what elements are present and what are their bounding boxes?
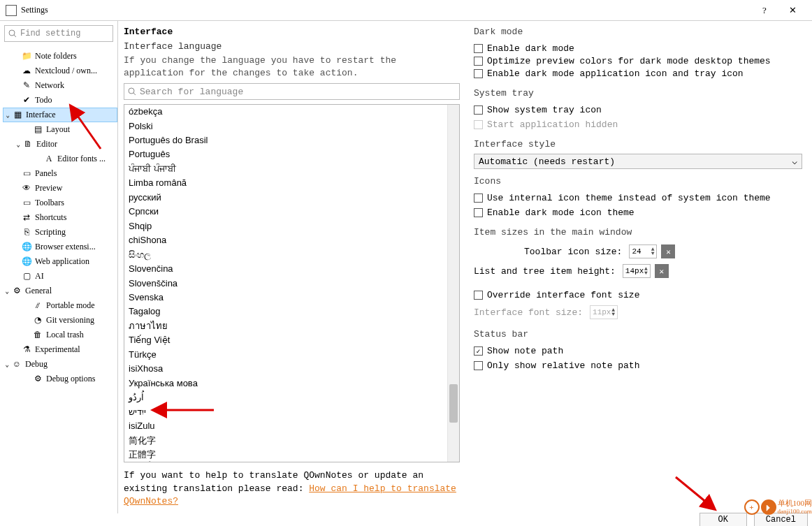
chevron-down-icon: ⌵ (792, 156, 797, 167)
window-title: Settings (21, 5, 751, 15)
sidebar-item-scripting[interactable]: ⎘Scripting (3, 225, 117, 240)
reset-toolbar-size-button[interactable]: ✕ (661, 244, 675, 258)
reset-listtree-height-button[interactable]: ✕ (655, 264, 669, 278)
language-option[interactable]: 简化字 (124, 434, 459, 448)
language-option[interactable]: Svenska (124, 291, 459, 305)
show-note-path-checkbox[interactable]: Show note path (474, 346, 802, 356)
globe-icon: 🌐 (21, 242, 32, 253)
panel-icon: ▭ (21, 168, 32, 180)
font-size-stepper: 11px▲▼ (590, 305, 618, 319)
scrollbar[interactable] (447, 105, 459, 462)
language-option[interactable]: ภาษาไทย (124, 319, 459, 333)
language-option[interactable]: chiShona (124, 233, 459, 247)
section-status-bar: Status bar (474, 329, 802, 339)
globe-icon: 🌐 (21, 256, 32, 268)
language-option[interactable]: Limba română (124, 176, 459, 190)
sidebar-item-toolbars[interactable]: ▭Toolbars (3, 196, 117, 210)
sidebar-item-debug[interactable]: ⌄☺Debug (3, 357, 117, 372)
sidebar-item-todo[interactable]: ✔Todo (3, 93, 117, 108)
sidebar-item-network[interactable]: ✎Network (3, 78, 117, 93)
git-icon: ◔ (32, 315, 43, 326)
language-option[interactable]: isiXhosa (124, 362, 459, 376)
cloud-icon: ☁ (21, 66, 32, 77)
page-title: Interface (124, 27, 460, 37)
help-button[interactable]: ? (751, 5, 778, 16)
listtree-height-stepper[interactable]: 14px▲▼ (623, 264, 651, 278)
dark-icon-theme-checkbox[interactable]: Enable dark mode icon theme (474, 207, 802, 218)
interface-style-select[interactable]: Automatic (needs restart)⌵ (474, 154, 802, 169)
sidebar-item-portable-mode[interactable]: ⫽Portable mode (3, 298, 117, 313)
sidebar-item-shortcuts[interactable]: ⇄Shortcuts (3, 210, 117, 225)
language-option[interactable]: Slovenščina (124, 277, 459, 291)
settings-tree[interactable]: 📁Note folders☁Nextcloud / own...✎Network… (0, 46, 117, 389)
sidebar-item-nextcloud-own-[interactable]: ☁Nextcloud / own... (3, 64, 117, 78)
sidebar-item-panels[interactable]: ▭Panels (3, 166, 117, 181)
language-option[interactable]: Português (124, 147, 459, 161)
translate-note: If you want to help to translate QOwnNot… (124, 469, 460, 508)
sidebar-item-editor-fonts-[interactable]: AEditor fonts ... (3, 152, 117, 166)
sidebar: Find setting 📁Note folders☁Nextcloud / o… (0, 21, 118, 513)
language-option[interactable]: Türkçe (124, 348, 459, 362)
language-option[interactable]: 正體字 (124, 448, 459, 462)
svg-line-1 (14, 35, 16, 37)
sidebar-item-debug-options[interactable]: ⚙Debug options (3, 372, 117, 386)
sidebar-item-web-application[interactable]: 🌐Web application (3, 254, 117, 269)
app-icon (6, 5, 17, 16)
language-option[interactable]: Tiếng Việt (124, 333, 459, 347)
dark-mode-checkbox[interactable]: Optimize preview colors for dark mode de… (474, 56, 802, 66)
sidebar-item-local-trash[interactable]: 🗑Local trash (3, 328, 117, 342)
relative-note-path-checkbox[interactable]: Only show relative note path (474, 360, 802, 371)
language-option[interactable]: ਪੰਜਾਬੀ ਪੰਜਾਬੀ (124, 162, 459, 176)
language-listbox[interactable]: ózbekçaPolskiPortuguês do BrasilPortuguê… (124, 104, 460, 462)
language-search-input[interactable]: Search for language (124, 83, 460, 100)
language-option[interactable]: Українська мова (124, 377, 459, 390)
wand-icon: ✎ (21, 80, 32, 92)
dark-mode-checkbox[interactable]: Enable dark mode (474, 43, 802, 54)
language-hint: If you change the language you have to r… (124, 54, 460, 79)
language-option[interactable]: اُردُو (124, 390, 459, 404)
font-size-label: Interface font size: (474, 307, 583, 318)
language-option[interactable]: Slovenčina (124, 262, 459, 276)
language-option[interactable]: русский (124, 191, 459, 205)
language-option[interactable]: Shqip (124, 219, 459, 233)
toolbar-size-label: Toolbar icon size: (524, 247, 622, 257)
svg-point-0 (9, 30, 15, 36)
section-icons: Icons (474, 176, 802, 187)
internal-icon-theme-checkbox[interactable]: Use internal icon theme instead of syste… (474, 193, 802, 203)
override-font-size-checkbox[interactable]: Override interface font size (474, 290, 802, 300)
ai-icon: ▢ (21, 271, 32, 282)
sidebar-item-ai[interactable]: ▢AI (3, 269, 117, 284)
toolbar-size-stepper[interactable]: 24▲▼ (629, 244, 657, 258)
script-icon: ⎘ (21, 227, 32, 238)
grid-icon: ▤ (32, 124, 43, 136)
show-tray-checkbox[interactable]: Show system tray icon (474, 105, 802, 115)
sidebar-item-note-folders[interactable]: 📁Note folders (3, 49, 117, 64)
sidebar-item-editor[interactable]: ⌄🗎Editor (3, 137, 117, 152)
section-item-sizes: Item sizes in the main window (474, 227, 802, 238)
sidebar-item-browser-extensi-[interactable]: 🌐Browser extensi... (3, 240, 117, 254)
language-option[interactable]: Polski (124, 119, 459, 133)
language-option[interactable]: isiZulu (124, 419, 459, 433)
font-icon: A (43, 154, 55, 165)
language-option[interactable]: ózbekça (124, 105, 459, 119)
sidebar-item-general[interactable]: ⌄⚙General (3, 284, 117, 298)
gear-icon: ⚙ (11, 286, 22, 297)
language-option[interactable]: ייִדיש (124, 405, 459, 419)
dark-mode-checkbox[interactable]: Enable dark mode application icon and tr… (474, 68, 802, 79)
language-option[interactable]: සිංහල (124, 248, 459, 262)
eye-icon: 👁 (21, 183, 32, 194)
gear-icon: ⚙ (32, 374, 43, 385)
find-setting-input[interactable]: Find setting (4, 25, 113, 42)
language-option[interactable]: Português do Brasil (124, 133, 459, 147)
ok-button[interactable]: OK (699, 513, 747, 526)
language-option[interactable]: Српски (124, 205, 459, 219)
sidebar-item-preview[interactable]: 👁Preview (3, 181, 117, 196)
sidebar-item-layout[interactable]: ▤Layout (3, 122, 117, 137)
language-option[interactable]: Tagalog (124, 305, 459, 319)
close-button[interactable]: ✕ (778, 5, 806, 16)
sidebar-item-experimental[interactable]: ⚗Experimental (3, 342, 117, 357)
shortcut-icon: ⇄ (21, 212, 32, 224)
sidebar-item-interface[interactable]: ⌄▦Interface (3, 108, 117, 122)
sidebar-item-git-versioning[interactable]: ◔Git versioning (3, 313, 117, 328)
start-hidden-checkbox: Start application hidden (474, 119, 802, 130)
